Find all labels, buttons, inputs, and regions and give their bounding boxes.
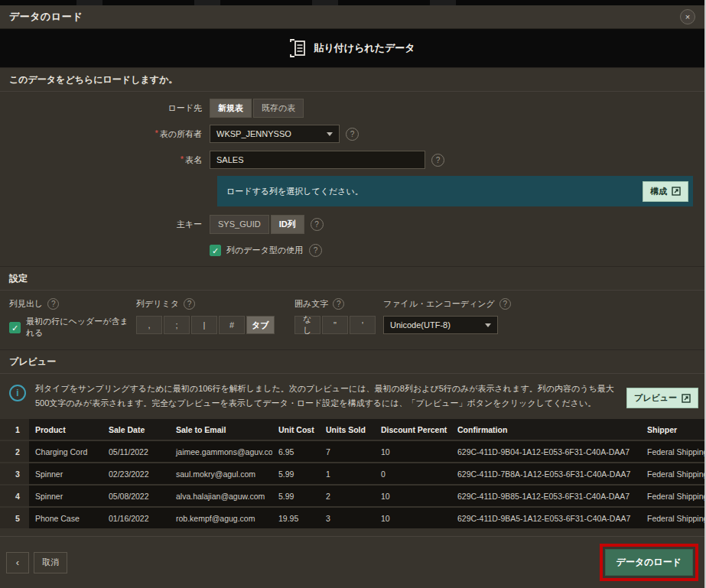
cell-sale-to-email: jaimee.gammons@aguv.com	[170, 447, 272, 456]
primary-key-help-icon[interactable]: ?	[311, 218, 324, 231]
select-columns-message: ロードする列を選択してください。 構成	[217, 176, 693, 206]
delimiter-toggle: , ; | # タブ	[136, 316, 294, 334]
cell-discount-percent: 0	[375, 469, 451, 479]
col-header-unit-cost: Unit Cost	[272, 425, 320, 434]
preview-table: 1 Product Sale Date Sale to Email Unit C…	[0, 417, 704, 530]
table-owner-label: *表の所有者	[0, 128, 210, 140]
col-header-sale-to-email: Sale to Email	[170, 425, 272, 434]
column-headings-help-icon[interactable]: ?	[47, 298, 59, 310]
table-row: 5 Phone Case 01/16/2022 rob.kempf@agug.c…	[0, 508, 704, 528]
cell-confirmation: 629C-411D-9B85-1A12-E053-6F31-C40A-DAA7	[451, 492, 641, 501]
encoding-label: ファイル・エンコーディング ?	[383, 298, 695, 310]
encoding-value: Unicode(UTF-8)	[390, 320, 451, 330]
use-datatypes-row: ✓ 列のデータ型の使用 ?	[0, 240, 704, 260]
chevron-down-icon	[485, 323, 491, 327]
required-marker: *	[155, 128, 158, 138]
use-datatypes-help-icon[interactable]: ?	[309, 244, 322, 257]
row-number: 5	[0, 508, 29, 528]
table-name-help-icon[interactable]: ?	[431, 154, 444, 167]
column-headings-group: 列見出し ? ✓ 最初の行にヘッダーが含まれる	[9, 298, 136, 339]
cell-unit-cost: 6.95	[272, 447, 320, 456]
preview-button-label: プレビュー	[634, 392, 677, 404]
delimiter-group: 列デリミタ ? , ; | # タブ	[136, 298, 294, 334]
table-row: 4 Spinner 05/08/2022 alva.halajian@aguw.…	[0, 486, 704, 506]
delimiter-semicolon-button[interactable]: ;	[164, 316, 190, 334]
cell-unit-cost: 5.99	[272, 469, 320, 479]
row-number: 3	[0, 463, 29, 484]
table-owner-help-icon[interactable]: ?	[346, 128, 359, 141]
pk-sys-guid-button[interactable]: SYS_GUID	[210, 215, 269, 234]
enclosure-doublequote-button[interactable]: "	[322, 316, 348, 334]
cell-product: Phone Case	[29, 514, 102, 523]
preview-info-text: 列タイプをサンプリングするために最初の106行を解析しました。次のプレビューには…	[35, 382, 626, 410]
encoding-select[interactable]: Unicode(UTF-8)	[383, 316, 498, 334]
close-icon[interactable]: ×	[680, 9, 695, 24]
page-edge-mark	[76, 0, 102, 5]
primary-key-row: 主キー SYS_GUID ID列 ?	[0, 214, 704, 234]
cell-discount-percent: 10	[375, 447, 451, 456]
delimiter-label: 列デリミタ ?	[136, 298, 294, 310]
cell-units-sold: 1	[320, 469, 375, 479]
enclosure-none-button[interactable]: なし	[294, 316, 320, 334]
table-name-input[interactable]	[210, 151, 425, 169]
table-owner-select[interactable]: WKSP_JENNYSSO	[210, 125, 340, 143]
primary-key-toggle: SYS_GUID ID列	[210, 215, 304, 234]
col-header-shipper: Shipper	[641, 425, 706, 434]
delimiter-tab-button[interactable]: タブ	[246, 316, 275, 334]
table-header-row: 1 Product Sale Date Sale to Email Unit C…	[0, 419, 704, 440]
configure-button[interactable]: 構成	[643, 181, 688, 202]
pk-id-column-button[interactable]: ID列	[271, 215, 304, 234]
delimiter-pipe-button[interactable]: |	[191, 316, 217, 334]
row-number: 1	[0, 419, 29, 440]
col-header-discount-percent: Discount Percent	[375, 425, 451, 434]
enclosure-help-icon[interactable]: ?	[333, 298, 344, 310]
encoding-group: ファイル・エンコーディング ? Unicode(UTF-8)	[371, 298, 695, 334]
load-to-toggle: 新規表 既存の表	[210, 99, 304, 118]
cancel-button[interactable]: 取消	[34, 552, 67, 573]
cell-product: Spinner	[29, 469, 102, 479]
load-to-label: ロード先	[0, 102, 210, 114]
info-icon: i	[9, 385, 26, 401]
use-datatypes-label: 列のデータ型の使用	[226, 245, 303, 256]
table-owner-value: WKSP_JENNYSSO	[216, 129, 291, 138]
preview-heading: プレビュー	[0, 349, 704, 374]
cell-discount-percent: 10	[375, 514, 451, 523]
first-row-header-checkbox[interactable]: ✓	[9, 322, 21, 333]
cell-shipper: Federal Shipping	[641, 447, 706, 456]
page-edge-artifact	[0, 0, 704, 5]
delimiter-hash-button[interactable]: #	[219, 316, 245, 334]
back-button[interactable]: ‹	[6, 552, 29, 573]
page-edge-mark	[312, 0, 338, 5]
preview-button[interactable]: プレビュー	[626, 388, 698, 408]
col-header-sale-date: Sale Date	[102, 425, 170, 434]
load-to-new-table-button[interactable]: 新規表	[210, 99, 252, 118]
cell-units-sold: 3	[320, 514, 375, 523]
encoding-help-icon[interactable]: ?	[499, 298, 511, 310]
cell-sale-date: 05/08/2022	[102, 492, 170, 501]
use-datatypes-checkbox[interactable]: ✓	[210, 245, 221, 256]
settings-controls: 列見出し ? ✓ 最初の行にヘッダーが含まれる 列デリミタ ? , ; | # …	[0, 291, 704, 349]
table-row: 3 Spinner 02/23/2022 saul.mokry@agul.com…	[0, 463, 704, 484]
required-marker: *	[181, 154, 184, 164]
settings-heading: 設定	[0, 266, 704, 291]
dialog-title: データのロード	[9, 10, 83, 24]
cell-shipper: Federal Shipping	[641, 492, 706, 501]
delimiter-help-icon[interactable]: ?	[184, 298, 195, 310]
cell-shipper: Federal Shipping	[641, 469, 706, 479]
row-number: 2	[0, 441, 29, 462]
cell-unit-cost: 5.99	[272, 492, 320, 501]
load-data-button[interactable]: データのロード	[605, 549, 693, 576]
cell-sale-to-email: rob.kempf@agug.com	[170, 514, 272, 523]
delimiter-comma-button[interactable]: ,	[136, 316, 162, 334]
cell-confirmation: 629C-411D-7B8A-1A12-E053-6F31-C40A-DAA7	[451, 469, 641, 479]
cell-discount-percent: 10	[375, 492, 451, 501]
table-row: 2 Charging Cord 05/11/2022 jaimee.gammon…	[0, 441, 704, 462]
col-header-confirmation: Confirmation	[451, 425, 641, 434]
preview-info: i 列タイプをサンプリングするために最初の106行を解析しました。次のプレビュー…	[0, 374, 704, 417]
load-to-existing-table-button[interactable]: 既存の表	[253, 99, 304, 118]
empty-space	[0, 530, 704, 536]
paste-clipboard-icon	[289, 38, 306, 58]
pasted-data-banner: 貼り付けられたデータ	[0, 29, 704, 67]
column-headings-label: 列見出し ?	[9, 298, 136, 310]
load-to-row: ロード先 新規表 既存の表	[0, 98, 704, 118]
